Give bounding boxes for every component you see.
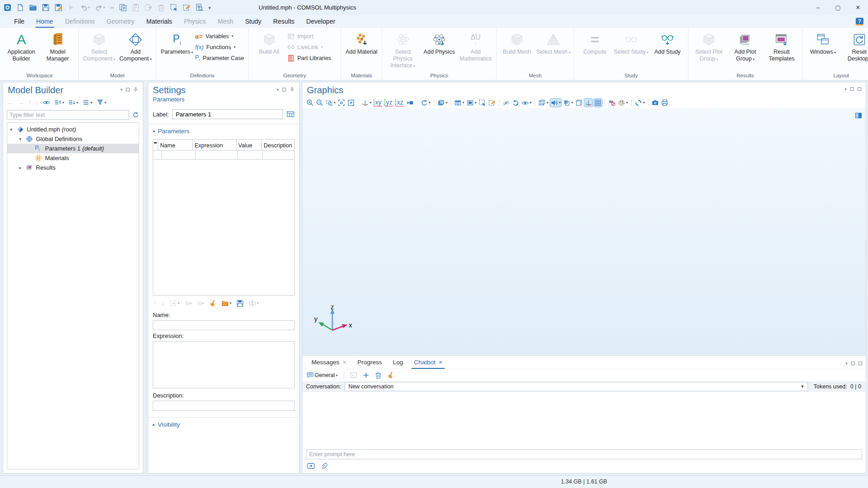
float-panel-icon[interactable] [282, 88, 286, 91]
tree-item-results[interactable]: Results [7, 163, 139, 172]
tab-definitions[interactable]: Definitions [59, 16, 100, 27]
reset-desktop-button[interactable]: Reset Desktop ▾ [841, 29, 868, 72]
box-select-button[interactable] [170, 4, 178, 11]
redo-button[interactable]: ▾ [95, 4, 105, 11]
collapse-all-icon[interactable]: ▾ [54, 98, 65, 106]
run-prompt-icon[interactable] [350, 371, 358, 379]
deselect-box-icon[interactable] [488, 99, 496, 107]
show-icon[interactable] [42, 98, 50, 106]
pin-panel-icon[interactable] [133, 87, 138, 92]
nav-back-icon[interactable]: ← [7, 99, 14, 106]
default-view-icon[interactable] [406, 99, 414, 107]
load-from-file-icon[interactable]: ▾ [221, 299, 232, 307]
row-up-icon[interactable]: ↑ [153, 299, 157, 307]
app-logo-icon[interactable] [4, 4, 11, 11]
help-icon[interactable]: ? [856, 18, 863, 25]
view-xz-icon[interactable]: xz [395, 99, 405, 106]
visibility-icon[interactable]: ▾ [521, 99, 532, 107]
select-box-icon[interactable] [478, 99, 487, 107]
paste-button[interactable] [132, 4, 140, 11]
table-header[interactable]: Name [158, 140, 192, 150]
edit-node-icon[interactable]: ▾ [248, 299, 259, 307]
clear-table-icon[interactable] [209, 299, 217, 307]
add-physics-button[interactable]: Add Physics [421, 29, 457, 72]
toolbar-options-button[interactable]: ▾ [208, 4, 211, 11]
attach-file-icon[interactable] [320, 463, 328, 470]
tab-file[interactable]: File [8, 16, 30, 27]
new-file-button[interactable] [16, 4, 24, 11]
view-orientation-icon[interactable]: ▾ [361, 99, 372, 107]
sound-icon[interactable]: ▾ [550, 99, 561, 107]
add-material-button[interactable]: Add Material [343, 29, 380, 72]
select-study-button[interactable]: Select Study ▾ [613, 29, 649, 72]
cut-button[interactable]: ✂ [110, 4, 114, 11]
open-file-button[interactable] [29, 4, 37, 11]
select-mesh-button[interactable]: Select Mesh ▾ [535, 29, 572, 72]
panel-menu-icon[interactable]: ▾ [120, 87, 122, 92]
model-manager-button[interactable]: Model Manager [40, 29, 76, 72]
delete-conversation-icon[interactable] [374, 371, 382, 379]
close-tab-icon[interactable]: ✕ [439, 360, 442, 365]
view-yz-icon[interactable]: yz [384, 99, 394, 106]
snapshot-icon[interactable]: ▾ [454, 99, 465, 107]
zoom-selected-icon[interactable] [347, 99, 355, 107]
name-input[interactable] [153, 320, 295, 330]
tree-expander-icon[interactable] [19, 165, 26, 170]
hide-labels-icon[interactable] [608, 99, 616, 107]
label-input[interactable] [172, 109, 283, 119]
tab-materials[interactable]: Materials [140, 16, 178, 27]
tab-physics[interactable]: Physics [178, 16, 212, 27]
add-plot-group-button[interactable]: Add Plot Group ▾ [727, 29, 763, 72]
hide-objects-icon[interactable] [502, 99, 510, 107]
table-header[interactable]: Value [236, 140, 261, 150]
delete-button[interactable] [157, 4, 165, 11]
import-button[interactable]: Import [287, 32, 338, 40]
color-theme-icon[interactable]: ▾ [617, 99, 628, 107]
duplicate-button[interactable] [145, 4, 152, 11]
move-up-icon[interactable]: ↑ [28, 99, 32, 106]
functions-button[interactable]: f(x)Functions ▾ [195, 43, 246, 51]
clear-conversation-icon[interactable] [386, 371, 395, 379]
livelink-button[interactable]: LiveLink ▾ [287, 43, 338, 51]
zoom-extents-icon[interactable] [337, 99, 346, 107]
select-physics-interface-button[interactable]: Select Physics Interface ▾ [385, 29, 421, 72]
new-conversation-icon[interactable] [362, 371, 370, 379]
parameter-case-button[interactable]: PiParameter Case [195, 54, 246, 62]
run-button[interactable] [67, 4, 75, 11]
nav-forward-icon[interactable]: → [17, 99, 25, 106]
select-component-button[interactable]: Select Component ▾ [81, 29, 117, 72]
show-in-table-icon[interactable] [286, 110, 295, 118]
minimize-button[interactable]: – [808, 0, 828, 15]
tree-item-global-definitions[interactable]: Global Definitions [7, 134, 139, 144]
table-insert-row[interactable] [153, 151, 294, 160]
zoom-in-icon[interactable] [306, 99, 314, 107]
camera-snapshot-icon[interactable] [651, 99, 659, 107]
part-libraries-button[interactable]: Part Libraries [287, 54, 338, 62]
show-grid-icon[interactable] [594, 99, 602, 107]
conversation-select[interactable]: New conversation ▼ [345, 382, 808, 391]
tab-home[interactable]: Home [30, 16, 59, 27]
settings-subtitle[interactable]: Parameters [148, 96, 299, 106]
tab-developer[interactable]: Developer [301, 16, 341, 27]
windows-button[interactable]: Windows ▾ [805, 29, 841, 72]
panel-menu-icon[interactable]: ▾ [844, 87, 847, 91]
view-xy-icon[interactable]: xy [373, 99, 383, 106]
parameters-button[interactable]: PiParameters ▾ [159, 29, 195, 72]
panel-menu-icon[interactable]: ▾ [276, 87, 279, 92]
undo-button[interactable]: ▾ [80, 4, 90, 11]
zoom-out-icon[interactable] [316, 99, 324, 107]
print-icon[interactable] [661, 99, 669, 107]
pin-panel-icon[interactable] [290, 87, 295, 92]
graphics-canvas[interactable]: z y x [302, 108, 866, 353]
wireframe-icon[interactable]: ▾ [538, 99, 549, 107]
tab-chatbot[interactable]: Chatbot ✕ [408, 356, 448, 369]
filter-icon[interactable]: ▾ [96, 98, 107, 106]
tree-item-root[interactable]: Untitled.mph (root) [7, 125, 139, 134]
build-all-button[interactable]: Build All [251, 29, 287, 72]
refresh-icon[interactable] [132, 111, 139, 118]
scene-objects-icon[interactable]: ▾ [437, 99, 448, 107]
tab-log[interactable]: Log [387, 356, 409, 369]
float-panel-icon[interactable] [126, 88, 130, 91]
tab-messages[interactable]: Messages ✕ [306, 356, 352, 369]
tab-study[interactable]: Study [239, 16, 267, 27]
